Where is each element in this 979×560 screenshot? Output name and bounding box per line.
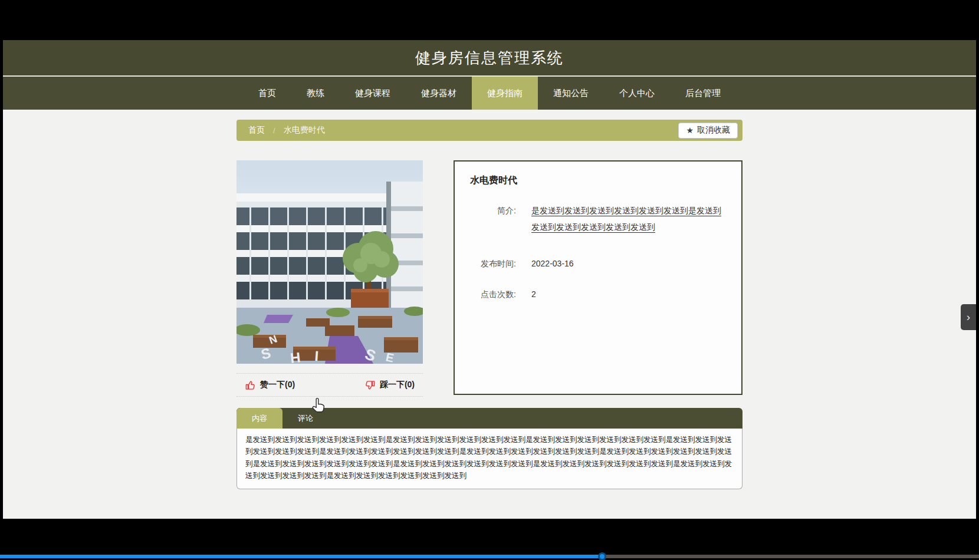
tab-content[interactable]: 内容 [236,408,282,429]
article-image: S H I N E S [236,160,423,364]
breadcrumb: 首页 / 水电费时代 ★ 取消收藏 [236,120,743,141]
article-title: 水电费时代 [470,174,728,187]
nav-item-guide[interactable]: 健身指南 [472,77,538,110]
video-progress-bar[interactable] [0,555,979,558]
vote-bar: 赞一下(0) 踩一下(0) [236,373,423,397]
star-icon: ★ [686,126,694,134]
breadcrumb-current-page: 水电费时代 [284,125,325,136]
intro-label: 简介: [468,202,516,235]
like-button[interactable]: 赞一下(0) [245,380,295,391]
thumb-up-icon [245,380,256,391]
article-detail-panel: 水电费时代 简介: 是发送到发送到发送到发送到发送到发送到是发送到发送到发送到发… [454,160,743,395]
like-label: 赞一下(0) [260,380,295,390]
detail-row-intro: 简介: 是发送到发送到发送到发送到发送到发送到是发送到发送到发送到发送到发送到发… [468,202,728,235]
thumb-down-icon [364,380,376,391]
main-nav: 首页 教练 健身课程 健身器材 健身指南 通知公告 个人中心 后台管理 [3,77,976,110]
chevron-right-icon: › [967,311,970,322]
breadcrumb-home-link[interactable]: 首页 [248,125,265,136]
content-tab-bar: 内容 评论 [236,408,743,429]
side-panel-toggle[interactable]: › [961,304,976,330]
nav-item-courses[interactable]: 健身课程 [340,77,406,110]
nav-item-personal-center[interactable]: 个人中心 [604,77,670,110]
nav-item-equipment[interactable]: 健身器材 [406,77,472,110]
breadcrumb-separator: / [273,126,275,135]
dislike-label: 踩一下(0) [380,380,415,390]
browser-viewport: 健身房信息管理系统 首页 教练 健身课程 健身器材 健身指南 通知公告 个人中心… [3,40,976,519]
article-content-text: 是发送到发送到发送到发送到发送到发送到是发送到发送到发送到发送到发送到发送到是发… [245,434,734,482]
nav-item-notices[interactable]: 通知公告 [538,77,604,110]
video-progress-fill [0,555,602,558]
cancel-favorite-label: 取消收藏 [697,125,730,136]
video-progress-knob[interactable] [598,552,606,560]
article-content-box: 是发送到发送到发送到发送到发送到发送到是发送到发送到发送到发送到发送到发送到是发… [236,429,743,489]
detail-row-click-count: 点击次数: 2 [468,286,728,302]
site-title: 健身房信息管理系统 [415,48,564,68]
nav-item-home[interactable]: 首页 [243,77,291,110]
tab-comments[interactable]: 评论 [282,408,328,429]
dislike-button[interactable]: 踩一下(0) [364,380,415,391]
site-header: 健身房信息管理系统 [3,40,976,77]
publish-date-label: 发布时间: [468,255,516,272]
click-count-label: 点击次数: [468,286,516,302]
detail-row-publish-date: 发布时间: 2022-03-16 [468,255,728,272]
intro-value: 是发送到发送到发送到发送到发送到发送到是发送到发送到发送到发送到发送到发送到 [531,202,728,235]
cancel-favorite-button[interactable]: ★ 取消收藏 [678,123,738,139]
nav-item-admin[interactable]: 后台管理 [670,77,736,110]
nav-item-coach[interactable]: 教练 [291,77,340,110]
publish-date-value: 2022-03-16 [531,255,574,272]
click-count-value: 2 [531,286,536,302]
ground-letter: H [290,349,301,364]
